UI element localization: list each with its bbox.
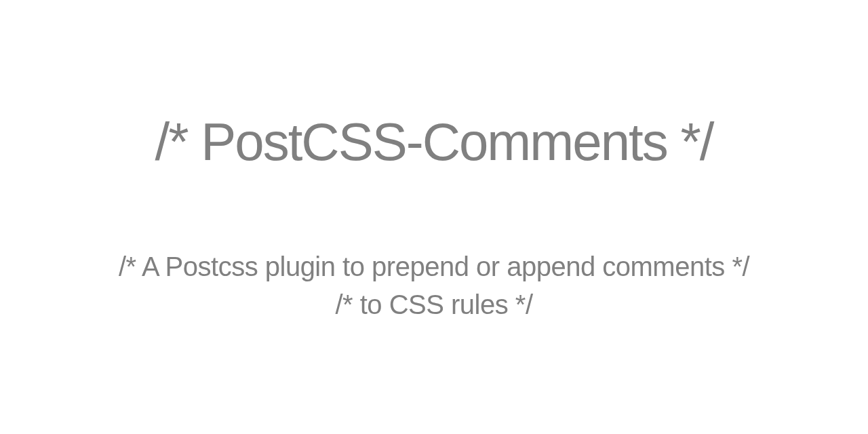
subtitle-line-1: /* A Postcss plugin to prepend or append… (119, 248, 749, 285)
page-subtitle: /* A Postcss plugin to prepend or append… (119, 248, 749, 323)
subtitle-line-2: /* to CSS rules */ (119, 285, 749, 323)
page-title: /* PostCSS-Comments */ (155, 111, 713, 173)
